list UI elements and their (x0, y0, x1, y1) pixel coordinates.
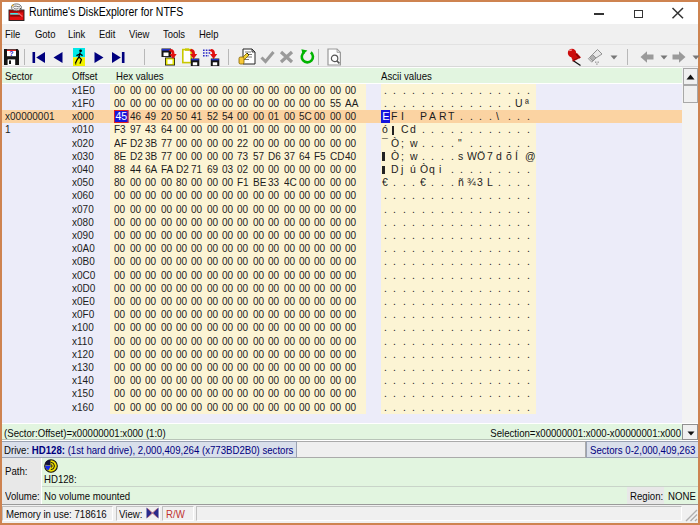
svg-text:?: ? (9, 50, 13, 57)
